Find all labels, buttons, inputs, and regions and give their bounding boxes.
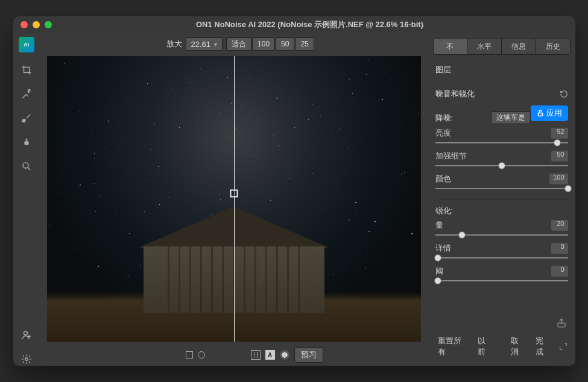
preview-button[interactable]: 预习 bbox=[294, 347, 323, 363]
apply-label: 应用 bbox=[546, 108, 562, 119]
bottom-toolbar: A 预习 bbox=[40, 344, 428, 366]
svg-point-5 bbox=[25, 358, 28, 361]
details2-slider[interactable] bbox=[435, 254, 568, 262]
reset-section-icon[interactable] bbox=[560, 90, 568, 98]
zoom-value: 22.61 bbox=[191, 40, 211, 49]
reset-all-button[interactable]: 重置所有 bbox=[435, 334, 470, 359]
noise-sharpen-title: 噪音和锐化 bbox=[435, 89, 475, 99]
svg-point-1 bbox=[22, 119, 25, 122]
svg-point-2 bbox=[24, 141, 29, 146]
zoom-toolbar: 放大 22.61 ▾ 适合 100 50 25 bbox=[40, 33, 428, 55]
sharpen-label: 锐化: bbox=[435, 205, 454, 216]
user-icon[interactable] bbox=[20, 328, 33, 342]
color-slider[interactable] bbox=[435, 184, 568, 193]
noise-section: 噪音和锐化 应用 降噪: 这辆车是 亮度92 bbox=[428, 81, 575, 289]
chevron-down-icon: ▾ bbox=[214, 41, 217, 48]
window-title: ON1 NoNoise AI 2022 (NoNoise 示例照片.NEF @ … bbox=[52, 19, 568, 30]
zoom-100-button[interactable]: 100 bbox=[252, 37, 275, 51]
tab-nav-3[interactable]: 信息 bbox=[502, 39, 536, 54]
lock-open-icon bbox=[537, 110, 544, 117]
layers-section: 图层 bbox=[428, 58, 575, 81]
zoom-presets: 适合 100 50 25 bbox=[226, 37, 314, 51]
luminance-param: 亮度92 bbox=[435, 128, 568, 147]
zoom-50-button[interactable]: 50 bbox=[276, 37, 294, 51]
left-toolbar: AI bbox=[13, 33, 40, 366]
share-icon[interactable] bbox=[556, 318, 567, 328]
hand-tool-icon[interactable] bbox=[20, 160, 33, 173]
color-param: 颜色100 bbox=[435, 174, 568, 193]
content-area: AI 放大 bbox=[13, 33, 575, 366]
panel-footer-icons bbox=[428, 313, 575, 331]
svg-point-0 bbox=[28, 90, 30, 92]
layers-title: 图层 bbox=[435, 62, 568, 78]
threshold-slider[interactable] bbox=[435, 277, 568, 285]
single-view-icon[interactable] bbox=[186, 351, 193, 359]
amount-param: 量20 bbox=[435, 220, 568, 239]
view-mode-icons: A 预习 bbox=[186, 347, 323, 363]
image-preview[interactable] bbox=[47, 56, 421, 342]
before-button[interactable]: 以前 bbox=[475, 334, 495, 359]
tab-nav-4[interactable]: 历史 bbox=[536, 39, 570, 54]
compare-split-icon[interactable] bbox=[251, 350, 261, 360]
done-button[interactable]: 完成 bbox=[533, 334, 553, 359]
auto-chip[interactable]: 这辆车是 bbox=[491, 111, 531, 124]
svg-point-3 bbox=[23, 163, 28, 168]
crop-tool-icon[interactable] bbox=[20, 63, 33, 77]
detail-param: 加强细节50 bbox=[435, 151, 568, 170]
tab-nav-1[interactable]: 不 bbox=[434, 39, 468, 54]
compare-split-handle[interactable] bbox=[230, 189, 238, 197]
app-window: ON1 NoNoise AI 2022 (NoNoise 示例照片.NEF @ … bbox=[13, 16, 575, 366]
panel-footer-actions: 重置所有 以前 取消 完成 bbox=[428, 331, 575, 366]
right-panel: 不 水平 信息 历史 图层 噪音和锐化 应用 bbox=[428, 33, 575, 366]
minimize-window-button[interactable] bbox=[33, 21, 40, 28]
svg-point-4 bbox=[24, 331, 27, 335]
amount-slider[interactable] bbox=[435, 231, 568, 239]
denoise-label: 降噪: bbox=[435, 113, 454, 124]
expand-icon[interactable] bbox=[558, 342, 568, 351]
panel-tabs: 不 水平 信息 历史 bbox=[433, 38, 571, 55]
app-logo-icon: AI bbox=[19, 37, 34, 52]
main-area: 放大 22.61 ▾ 适合 100 50 25 bbox=[40, 33, 428, 366]
zoom-25-button[interactable]: 25 bbox=[295, 37, 314, 51]
zoom-label: 放大 bbox=[166, 39, 182, 49]
compare-split-line[interactable] bbox=[234, 56, 235, 342]
cancel-button[interactable]: 取消 bbox=[508, 334, 528, 359]
zoom-fit-button[interactable]: 适合 bbox=[226, 37, 251, 51]
clone-tool-icon[interactable] bbox=[20, 136, 33, 149]
settings-gear-icon[interactable] bbox=[20, 352, 33, 366]
text-overlay-icon[interactable]: A bbox=[265, 350, 275, 360]
circle-view-icon[interactable] bbox=[198, 351, 205, 359]
titlebar: ON1 NoNoise AI 2022 (NoNoise 示例照片.NEF @ … bbox=[13, 16, 575, 33]
details2-param: 详情0 bbox=[435, 243, 568, 262]
mask-view-icon[interactable] bbox=[280, 350, 289, 360]
brush-tool-icon[interactable] bbox=[20, 111, 33, 125]
window-controls bbox=[21, 21, 52, 28]
close-window-button[interactable] bbox=[21, 21, 28, 28]
luminance-slider[interactable] bbox=[435, 139, 568, 147]
zoom-dropdown[interactable]: 22.61 ▾ bbox=[186, 37, 223, 51]
svg-rect-6 bbox=[538, 113, 542, 116]
detail-slider[interactable] bbox=[435, 161, 568, 170]
apply-button[interactable]: 应用 bbox=[531, 105, 568, 121]
maximize-window-button[interactable] bbox=[45, 21, 52, 28]
threshold-param: 阈0 bbox=[435, 266, 568, 285]
retouch-tool-icon[interactable] bbox=[20, 87, 33, 101]
tab-nav-2[interactable]: 水平 bbox=[467, 39, 502, 54]
